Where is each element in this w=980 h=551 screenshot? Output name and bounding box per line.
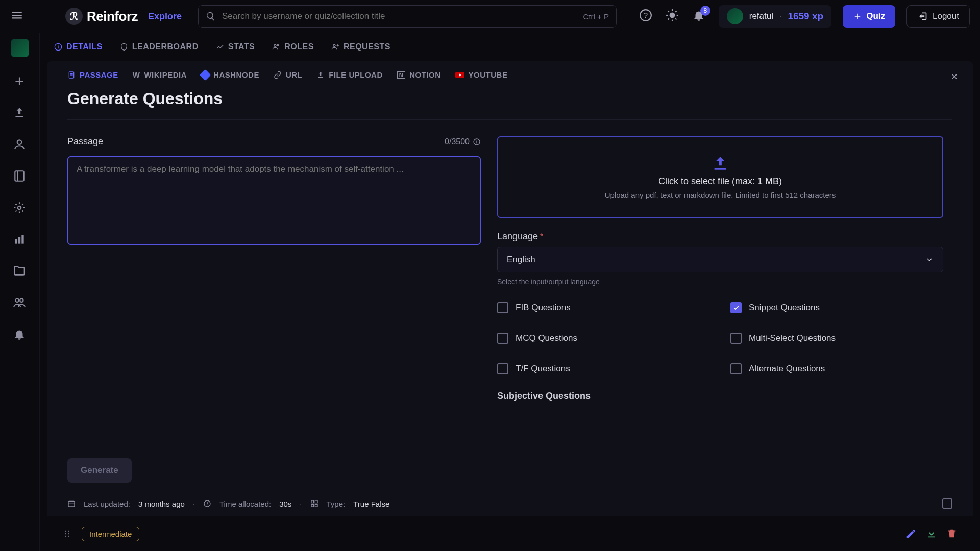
rail-team-icon[interactable] [13, 296, 27, 310]
passage-textarea[interactable] [67, 156, 481, 245]
svg-rect-15 [15, 239, 17, 244]
rail-stats-icon[interactable] [13, 233, 27, 247]
shield-icon [120, 43, 128, 51]
info-icon[interactable] [473, 138, 481, 146]
meta-bar: Last updated: 3 months ago · Time alloca… [47, 491, 973, 516]
check-multi[interactable]: Multi-Select Questions [730, 333, 943, 344]
svg-point-41 [65, 536, 66, 537]
edit-button[interactable] [905, 528, 917, 539]
brand-name: Reinforz [87, 9, 138, 24]
delete-button[interactable] [946, 528, 958, 539]
check-mcq[interactable]: MCQ Questions [497, 333, 710, 344]
difficulty-badge: Intermediate [82, 527, 139, 541]
help-icon[interactable]: ? [639, 9, 654, 24]
svg-point-39 [65, 531, 66, 532]
logout-button[interactable]: Logout [906, 5, 970, 28]
rail-profile-icon[interactable] [13, 138, 27, 152]
dropzone-title: Click to select file (max: 1 MB) [658, 176, 782, 187]
subjective-heading: Subjective Questions [497, 391, 943, 410]
chevron-down-icon [925, 256, 934, 264]
svg-line-8 [675, 18, 676, 19]
svg-rect-37 [311, 504, 314, 507]
check-alternate[interactable]: Alternate Questions [730, 363, 943, 374]
user-menu[interactable]: refatul · 1659 xp [719, 5, 831, 28]
file-dropzone[interactable]: Click to select file (max: 1 MB) Upload … [497, 136, 943, 218]
link-icon [274, 71, 282, 79]
drag-handle-icon[interactable] [62, 529, 72, 539]
chart-icon [216, 43, 224, 51]
svg-line-10 [675, 11, 676, 12]
clock-icon [203, 499, 211, 508]
user-plus-icon [331, 43, 339, 51]
src-youtube[interactable]: YOUTUBE [455, 70, 508, 79]
menu-toggle[interactable] [10, 9, 26, 24]
language-select[interactable]: English [497, 247, 943, 272]
logo-icon: ℛ [65, 8, 83, 25]
time-label: Time allocated: [219, 499, 271, 508]
passage-label: Passage [67, 136, 103, 147]
generate-button[interactable]: Generate [67, 458, 132, 483]
tab-stats[interactable]: STATS [216, 42, 255, 52]
checkbox-checked-icon [730, 302, 742, 313]
close-icon [949, 71, 960, 82]
panel-heading: Generate Questions [47, 82, 973, 119]
global-search[interactable]: Ctrl + P [198, 5, 617, 28]
tab-requests[interactable]: REQUESTS [331, 42, 390, 52]
check-fib[interactable]: FIB Questions [497, 302, 710, 313]
calendar-icon [67, 499, 76, 508]
svg-point-11 [17, 140, 21, 144]
notifications-icon[interactable]: 8 [692, 9, 707, 24]
src-file-upload[interactable]: FILE UPLOAD [316, 70, 383, 79]
tab-leaderboard[interactable]: LEADERBOARD [120, 42, 199, 52]
logout-icon [917, 11, 927, 21]
svg-rect-16 [18, 237, 20, 244]
rail-add-icon[interactable] [13, 74, 27, 89]
rail-bell-icon[interactable] [13, 328, 27, 342]
src-passage[interactable]: PASSAGE [67, 70, 118, 79]
language-value: English [507, 255, 535, 265]
time-value: 30s [279, 499, 291, 508]
check-tf[interactable]: T/F Questions [497, 363, 710, 374]
search-input[interactable] [222, 11, 578, 21]
check-snippet[interactable]: Snippet Questions [730, 302, 943, 313]
type-label: Type: [327, 499, 346, 508]
notification-count: 8 [700, 6, 710, 16]
grid-icon [310, 499, 318, 508]
checkbox-icon [497, 302, 508, 313]
rail-settings-icon[interactable] [13, 201, 27, 215]
side-rail [0, 33, 40, 551]
svg-text:?: ? [644, 11, 648, 19]
generate-panel: PASSAGE WWIKIPEDIA HASHNODE URL FILE UPL… [47, 61, 973, 516]
rail-avatar[interactable] [11, 39, 29, 57]
checkbox-icon [730, 333, 742, 344]
upload-icon [316, 71, 325, 79]
src-wikipedia[interactable]: WWIKIPEDIA [133, 70, 187, 79]
char-counter: 0/3500 [445, 137, 481, 146]
rail-upload-icon[interactable] [13, 106, 27, 120]
select-checkbox[interactable] [942, 498, 952, 509]
src-url[interactable]: URL [274, 70, 302, 79]
user-avatar [727, 8, 743, 24]
theme-toggle-icon[interactable] [666, 9, 681, 24]
svg-point-25 [333, 44, 335, 46]
tab-roles[interactable]: ROLES [272, 42, 314, 52]
rail-book-icon[interactable] [13, 169, 27, 184]
notion-icon: N [397, 71, 405, 79]
close-panel-button[interactable] [949, 71, 960, 82]
svg-point-22 [58, 45, 59, 46]
language-label: Language [497, 231, 538, 241]
rail-folder-icon[interactable] [13, 264, 27, 279]
type-value: True False [353, 499, 389, 508]
src-hashnode[interactable]: HASHNODE [201, 70, 259, 79]
src-notion[interactable]: NNOTION [397, 70, 441, 79]
brand-logo[interactable]: ℛ Reinforz [65, 8, 138, 25]
tab-details[interactable]: DETAILS [54, 42, 103, 52]
new-quiz-button[interactable]: Quiz [843, 5, 895, 28]
svg-point-40 [65, 533, 66, 535]
download-button[interactable] [926, 528, 937, 539]
last-updated-label: Last updated: [84, 499, 130, 508]
svg-point-19 [20, 298, 23, 302]
required-marker: * [540, 232, 543, 241]
explore-link[interactable]: Explore [148, 11, 182, 22]
document-icon [67, 71, 76, 79]
